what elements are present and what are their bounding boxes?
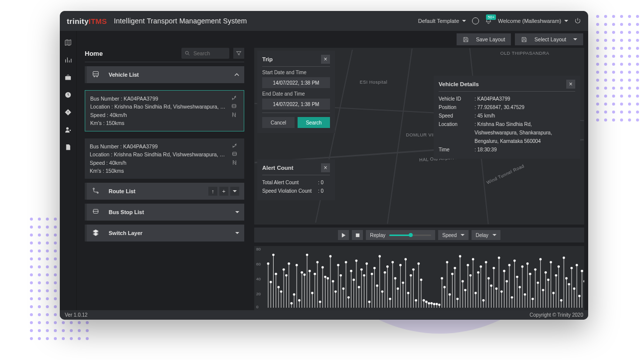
layout-toolbar: Save Layout Select Layout: [77, 31, 588, 48]
close-alert-button[interactable]: ×: [321, 163, 330, 172]
svg-point-132: [417, 262, 420, 265]
svg-rect-0: [65, 76, 71, 80]
bus-icon: [92, 70, 100, 79]
close-trip-button[interactable]: ×: [321, 55, 330, 64]
svg-point-126: [410, 274, 412, 277]
stop-button[interactable]: [352, 230, 363, 240]
switch-layer-accordion[interactable]: Switch Layer: [85, 225, 244, 241]
svg-point-102: [378, 255, 381, 257]
svg-point-164: [459, 255, 462, 257]
delay-dropdown[interactable]: Delay: [472, 230, 500, 240]
svg-point-234: [550, 261, 552, 263]
svg-point-110: [389, 298, 391, 300]
hint-button[interactable]: [472, 17, 479, 24]
nav-users[interactable]: [64, 126, 72, 133]
busstop-list-accordion[interactable]: Bus Stop List: [85, 204, 244, 221]
svg-point-204: [511, 296, 513, 299]
nav-schedule[interactable]: [64, 91, 72, 99]
svg-point-42: [301, 271, 303, 274]
play-button[interactable]: [338, 230, 349, 240]
svg-point-80: [350, 270, 352, 272]
svg-point-138: [425, 301, 428, 303]
left-panel: Home Vehicle List: [77, 48, 250, 310]
map-label: OLD THIPPASANDRA: [500, 51, 549, 56]
map-icon: [64, 39, 72, 46]
svg-point-144: [433, 303, 436, 305]
svg-point-152: [443, 286, 446, 288]
nav-analytics[interactable]: [64, 56, 72, 64]
svg-point-70: [337, 264, 339, 266]
user-dropdown[interactable]: Welcome (Malleshwaram): [498, 18, 568, 24]
svg-point-64: [329, 255, 331, 257]
notifications-button[interactable]: 50+: [485, 17, 492, 24]
nav-jobs[interactable]: [64, 74, 72, 81]
svg-point-218: [529, 273, 531, 275]
svg-point-130: [415, 299, 417, 302]
end-datetime-input[interactable]: 14/07/2022, 1:38 PM: [262, 99, 330, 110]
replay-slider[interactable]: Replay: [366, 230, 435, 240]
svg-point-174: [472, 258, 475, 260]
trip-search-button[interactable]: Search: [298, 117, 330, 128]
svg-point-222: [534, 268, 537, 271]
footer: Ver 1.0.12 Copyright © Trinity 2020: [60, 310, 588, 320]
vehicle-card[interactable]: Bus Number : KA04PAA3799 Location : Kris…: [85, 90, 244, 131]
svg-point-28: [283, 268, 285, 271]
nav-iconbar: [60, 31, 77, 310]
map-label: ESI Hospital: [360, 80, 388, 85]
topbar: trinityITMS Intelligent Transport Manage…: [60, 11, 588, 31]
svg-point-62: [326, 277, 329, 280]
svg-point-210: [518, 286, 521, 288]
play-icon: [341, 233, 346, 238]
svg-point-122: [404, 258, 407, 260]
route-sort-button[interactable]: ↑: [208, 187, 217, 196]
copyright-label: Copyright © Trinity 2020: [530, 312, 583, 318]
svg-point-250: [570, 267, 573, 269]
svg-point-196: [500, 290, 503, 293]
svg-point-48: [309, 270, 311, 272]
svg-point-56: [319, 301, 322, 303]
svg-point-136: [423, 299, 425, 302]
svg-point-244: [563, 256, 565, 259]
svg-point-2: [66, 127, 69, 130]
select-layout-dropdown[interactable]: Select Layout: [515, 33, 583, 45]
svg-point-38: [296, 264, 298, 266]
svg-point-154: [446, 261, 449, 263]
nav-reports[interactable]: [64, 143, 72, 151]
svg-point-32: [288, 262, 290, 265]
svg-point-238: [555, 274, 557, 277]
nav-alerts[interactable]: [64, 109, 72, 116]
svg-point-20: [272, 253, 275, 256]
nav-map[interactable]: [64, 39, 72, 46]
svg-point-158: [451, 273, 454, 275]
route-add-button[interactable]: +: [219, 187, 228, 196]
vehicle-details-panel: Vehicle Details× Vehicle ID: KA04PAA3799…: [434, 76, 580, 159]
filter-button[interactable]: [233, 48, 244, 59]
logout-button[interactable]: [574, 17, 581, 24]
decorative-dots: [596, 15, 639, 121]
svg-point-224: [537, 281, 539, 284]
route-expand-button[interactable]: [230, 187, 239, 196]
close-details-button[interactable]: ×: [566, 80, 575, 89]
svg-point-88: [360, 268, 363, 271]
start-datetime-input[interactable]: 14/07/2022, 1:38 PM: [262, 77, 330, 88]
vehicle-list-accordion[interactable]: Vehicle List: [85, 66, 244, 83]
map-canvas[interactable]: OLD THIPPASANDRA DOMLUR VILLAGE DOMLUR K…: [254, 48, 584, 225]
svg-point-116: [397, 287, 399, 290]
save-layout-button[interactable]: Save Layout: [457, 33, 511, 45]
vehicle-card[interactable]: Bus Number : KA04PAA3799 Location : Kris…: [85, 138, 244, 179]
svg-point-52: [314, 273, 316, 275]
speed-dropdown[interactable]: Speed: [438, 230, 469, 240]
briefcase-icon: [64, 74, 72, 81]
svg-point-214: [524, 293, 526, 296]
template-dropdown[interactable]: Default Template: [418, 18, 466, 24]
svg-point-228: [542, 289, 544, 291]
route-list-accordion[interactable]: Route List ↑ +: [85, 183, 244, 200]
trip-cancel-button[interactable]: Cancel: [262, 117, 295, 128]
route-icon: [231, 142, 238, 149]
svg-point-176: [475, 292, 477, 294]
svg-point-246: [565, 277, 568, 280]
chevron-up-icon: [234, 72, 239, 77]
svg-point-242: [560, 299, 563, 302]
svg-point-40: [298, 299, 301, 302]
svg-point-168: [464, 289, 467, 291]
